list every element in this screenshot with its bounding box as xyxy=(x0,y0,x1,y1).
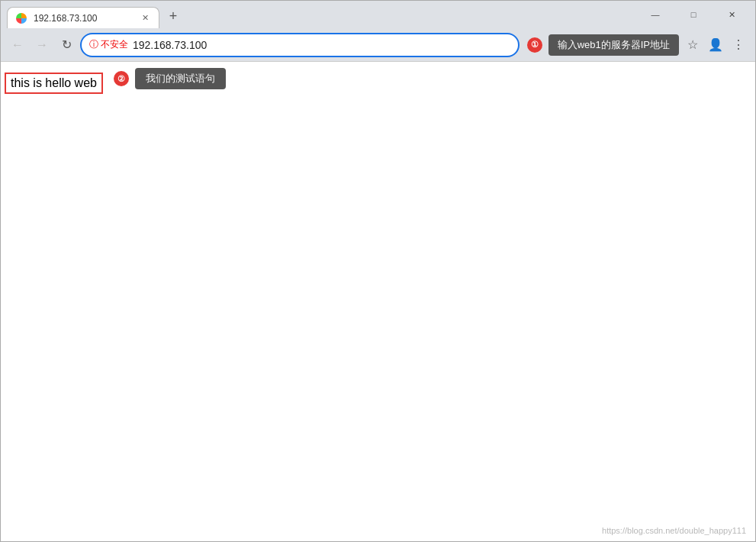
lock-icon: ⓘ xyxy=(89,38,98,51)
account-icon: 👤 xyxy=(708,37,723,52)
tab-title: 192.168.73.100 xyxy=(34,13,133,24)
security-label: 不安全 xyxy=(101,38,128,51)
bookmark-button[interactable]: ☆ xyxy=(682,34,703,56)
browser-window: 192.168.73.100 ✕ + — □ ✕ ← → ↻ ⓘ 不安全 xyxy=(0,0,756,542)
page-content: this is hello web ② 我们的测试语句 https://blog… xyxy=(1,62,755,541)
account-button[interactable]: 👤 xyxy=(705,34,726,56)
menu-button[interactable]: ⋮ xyxy=(728,34,749,56)
menu-icon: ⋮ xyxy=(732,37,745,52)
nav-right-icons: ☆ 👤 ⋮ xyxy=(682,34,749,56)
refresh-icon: ↻ xyxy=(62,37,72,52)
watermark: https://blog.csdn.net/double_happy111 xyxy=(602,526,746,535)
annotation1-container: ① 输入web1的服务器IP地址 xyxy=(527,34,679,56)
refresh-button[interactable]: ↻ xyxy=(56,34,77,56)
minimize-button[interactable]: — xyxy=(638,4,673,25)
back-icon: ← xyxy=(11,38,24,52)
page-main-text: this is hello web xyxy=(5,73,103,94)
address-bar[interactable]: ⓘ 不安全 xyxy=(80,33,520,57)
tab-area: 192.168.73.100 ✕ + xyxy=(7,1,635,28)
title-bar: 192.168.73.100 ✕ + — □ ✕ xyxy=(1,1,755,28)
bookmark-icon: ☆ xyxy=(687,37,698,52)
favicon-circle xyxy=(16,13,27,24)
tab-close-button[interactable]: ✕ xyxy=(139,12,151,24)
forward-button[interactable]: → xyxy=(31,34,53,56)
maximize-button[interactable]: □ xyxy=(676,4,711,25)
close-button[interactable]: ✕ xyxy=(714,4,749,25)
new-tab-button[interactable]: + xyxy=(162,5,184,27)
security-info: ⓘ 不安全 xyxy=(89,38,128,51)
window-controls: — □ ✕ xyxy=(638,4,749,25)
annotation2-container: ② 我们的测试语句 xyxy=(114,68,226,89)
address-bar-wrapper: ⓘ 不安全 ① 输入web1的服务器IP地址 xyxy=(80,33,679,57)
back-button[interactable]: ← xyxy=(7,34,28,56)
active-tab[interactable]: 192.168.73.100 ✕ xyxy=(7,7,159,28)
tab-favicon xyxy=(15,12,27,24)
annotation1-tooltip: 输入web1的服务器IP地址 xyxy=(549,34,679,56)
annotation1-badge: ① xyxy=(527,37,542,53)
navigation-bar: ← → ↻ ⓘ 不安全 ① 输入web1的服务器IP地址 ☆ xyxy=(1,28,755,62)
annotation2-tooltip: 我们的测试语句 xyxy=(135,68,226,89)
address-input[interactable] xyxy=(133,39,510,51)
annotation2-badge: ② xyxy=(114,71,129,86)
forward-icon: → xyxy=(36,38,48,52)
